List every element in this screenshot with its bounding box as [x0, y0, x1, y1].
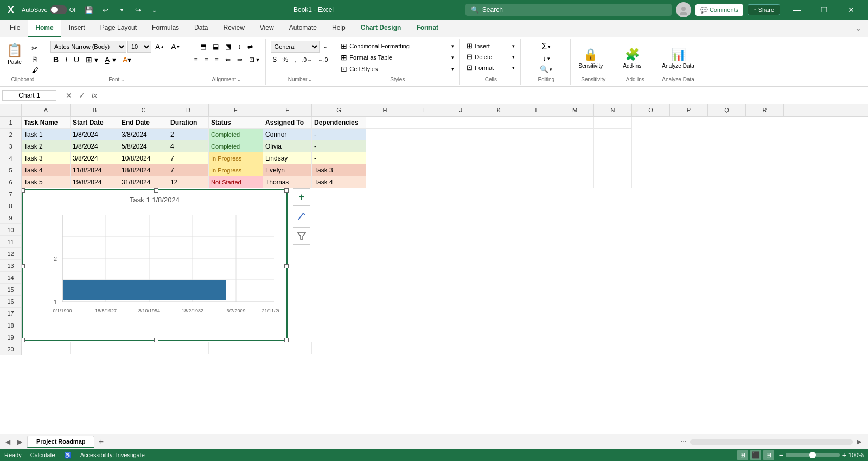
cell-a1[interactable]: Task Name: [22, 117, 71, 129]
cell-j6[interactable]: [442, 176, 480, 188]
cell-a19[interactable]: [22, 342, 71, 354]
number-expand-icon[interactable]: ⌄: [308, 77, 312, 82]
search-box[interactable]: 🔍 Search: [465, 4, 672, 16]
top-align-button[interactable]: ⬒: [197, 41, 209, 53]
cell-l4[interactable]: [518, 152, 556, 164]
text-direction-button[interactable]: ↕: [235, 41, 244, 53]
col-header-m[interactable]: M: [556, 104, 594, 116]
cell-n5[interactable]: [594, 164, 632, 176]
paste-button[interactable]: 📋 Paste: [3, 41, 26, 67]
cell-b4[interactable]: 3/8/2024: [71, 152, 119, 164]
cell-n3[interactable]: [594, 140, 632, 152]
decrease-indent-button[interactable]: ⇐: [222, 54, 233, 66]
cell-l1[interactable]: [518, 117, 556, 129]
analyze-data-button[interactable]: 📊 Analyze Data: [659, 46, 697, 71]
col-header-k[interactable]: K: [480, 104, 518, 116]
chart-style-button[interactable]: [293, 208, 310, 225]
wrap-text-button[interactable]: ⇌: [245, 41, 256, 53]
find-replace-button[interactable]: 🔍 ▾: [538, 64, 554, 74]
customize-button[interactable]: ⌄: [146, 2, 162, 17]
cell-n4[interactable]: [594, 152, 632, 164]
cell-k1[interactable]: [480, 117, 518, 129]
cell-i6[interactable]: [404, 176, 442, 188]
cell-b6[interactable]: 19/8/2024: [71, 176, 119, 188]
addins-button[interactable]: 🧩 Add-ins: [620, 46, 644, 71]
col-header-o[interactable]: O: [632, 104, 670, 116]
cell-l6[interactable]: [518, 176, 556, 188]
row-num-12[interactable]: 12: [0, 248, 21, 260]
col-header-d[interactable]: D: [168, 104, 209, 116]
formula-input[interactable]: [106, 91, 866, 100]
accounting-format-button[interactable]: $: [270, 54, 279, 66]
cell-l3[interactable]: [518, 140, 556, 152]
col-header-f[interactable]: F: [263, 104, 312, 116]
delete-button[interactable]: ⊟ Delete ▾: [464, 52, 517, 62]
fill-button[interactable]: ↓ ▾: [539, 53, 554, 63]
font-expand-icon[interactable]: ⌄: [120, 77, 125, 82]
italic-button[interactable]: I: [62, 54, 70, 66]
col-header-i[interactable]: I: [404, 104, 442, 116]
tab-data[interactable]: Data: [187, 20, 215, 37]
cell-c4[interactable]: 10/8/2024: [119, 152, 168, 164]
cell-n2[interactable]: [594, 129, 632, 140]
borders-button[interactable]: ⊞ ▾: [83, 54, 101, 66]
clipboard-label[interactable]: Clipboard: [3, 76, 42, 83]
tab-review[interactable]: Review: [215, 20, 252, 37]
cell-m5[interactable]: [556, 164, 594, 176]
cell-g3[interactable]: -: [312, 140, 366, 152]
col-header-e[interactable]: E: [209, 104, 263, 116]
tab-file[interactable]: File: [2, 20, 28, 37]
col-header-a[interactable]: A: [22, 104, 71, 116]
cell-b2[interactable]: 1/8/2024: [71, 129, 119, 140]
minimize-button[interactable]: —: [784, 0, 809, 20]
tab-home[interactable]: Home: [28, 20, 61, 37]
cell-k6[interactable]: [480, 176, 518, 188]
cell-a2[interactable]: Task 1: [22, 129, 71, 140]
underline-button[interactable]: U: [71, 54, 82, 66]
row-num-3[interactable]: 3: [0, 140, 21, 152]
share-button[interactable]: ↑ Share: [748, 4, 780, 15]
cell-g5[interactable]: Task 3: [312, 164, 366, 176]
increase-indent-button[interactable]: ⇒: [234, 54, 245, 66]
cell-j3[interactable]: [442, 140, 480, 152]
cell-b5[interactable]: 11/8/2024: [71, 164, 119, 176]
col-header-r[interactable]: R: [746, 104, 784, 116]
cell-k4[interactable]: [480, 152, 518, 164]
cell-a3[interactable]: Task 2: [22, 140, 71, 152]
align-center-button[interactable]: ≡: [202, 54, 211, 66]
alignment-expand-icon[interactable]: ⌄: [237, 77, 241, 82]
tab-format[interactable]: Format: [409, 20, 446, 37]
undo-dropdown[interactable]: ▾: [114, 2, 129, 17]
row-num-17[interactable]: 17: [0, 308, 21, 319]
cell-f3[interactable]: Olivia: [263, 140, 312, 152]
tab-view[interactable]: View: [252, 20, 282, 37]
cell-a4[interactable]: Task 3: [22, 152, 71, 164]
row-num-8[interactable]: 8: [0, 200, 21, 212]
insert-button[interactable]: ⊞ Insert ▾: [464, 41, 517, 51]
cell-c2[interactable]: 3/8/2024: [119, 129, 168, 140]
cell-l2[interactable]: [518, 129, 556, 140]
bottom-align-button[interactable]: ⬔: [222, 41, 234, 53]
tab-insert[interactable]: Insert: [61, 20, 93, 37]
name-box[interactable]: [2, 90, 56, 101]
row-num-1[interactable]: 1: [0, 117, 21, 129]
undo-button[interactable]: ↩: [98, 2, 113, 17]
cell-a6[interactable]: Task 5: [22, 176, 71, 188]
cell-e1[interactable]: Status: [209, 117, 263, 129]
user-avatar[interactable]: [676, 2, 691, 17]
increase-decimal-button[interactable]: ←.0: [315, 54, 330, 66]
save-button[interactable]: 💾: [81, 2, 97, 17]
row-num-4[interactable]: 4: [0, 152, 21, 164]
cell-d3[interactable]: 4: [168, 140, 209, 152]
cell-n1[interactable]: [594, 117, 632, 129]
cell-m2[interactable]: [556, 129, 594, 140]
cell-j2[interactable]: [442, 129, 480, 140]
decrease-decimal-button[interactable]: .0→: [299, 54, 315, 66]
cell-h3[interactable]: [366, 140, 404, 152]
cell-f2[interactable]: Connor: [263, 129, 312, 140]
cell-h2[interactable]: [366, 129, 404, 140]
row-num-11[interactable]: 11: [0, 236, 21, 248]
row-num-14[interactable]: 14: [0, 272, 21, 284]
cell-i5[interactable]: [404, 164, 442, 176]
cell-n6[interactable]: [594, 176, 632, 188]
